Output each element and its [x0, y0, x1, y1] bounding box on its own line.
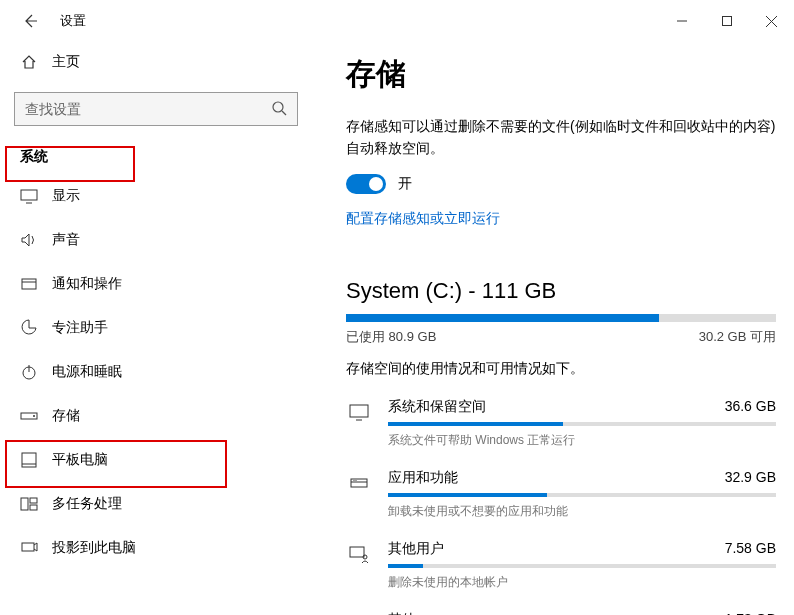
sidebar-item-label: 专注助手: [52, 319, 108, 337]
svg-rect-6: [21, 190, 37, 200]
configure-storage-sense-link[interactable]: 配置存储感知或立即运行: [346, 210, 776, 228]
search-box[interactable]: [14, 92, 298, 126]
window-title: 设置: [60, 12, 86, 30]
storage-sense-description: 存储感知可以通过删除不需要的文件(例如临时文件和回收站中的内容)自动释放空间。: [346, 115, 776, 160]
window-controls: [659, 6, 794, 36]
svg-rect-22: [351, 479, 367, 487]
sidebar-item-label: 通知和操作: [52, 275, 122, 293]
category-system-reserved[interactable]: 系统和保留空间 36.6 GB 系统文件可帮助 Windows 正常运行: [346, 398, 776, 449]
category-size: 32.9 GB: [725, 469, 776, 487]
sidebar-item-power[interactable]: 电源和睡眠: [14, 350, 298, 394]
svg-rect-8: [22, 279, 36, 289]
sidebar-item-label: 平板电脑: [52, 451, 108, 469]
sidebar-item-label: 声音: [52, 231, 80, 249]
category-other[interactable]: 其他 1.73 GB: [346, 611, 776, 615]
minimize-button[interactable]: [659, 6, 704, 36]
svg-point-4: [273, 102, 283, 112]
svg-line-5: [282, 111, 286, 115]
svg-rect-18: [30, 505, 37, 510]
sidebar-item-label: 投影到此电脑: [52, 539, 136, 557]
category-size: 7.58 GB: [725, 540, 776, 558]
sound-icon: [20, 231, 38, 249]
apps-icon: [346, 469, 372, 495]
svg-rect-14: [22, 453, 36, 467]
category-name: 系统和保留空间: [388, 398, 486, 416]
sidebar-item-multitasking[interactable]: 多任务处理: [14, 482, 298, 526]
minimize-icon: [677, 16, 687, 26]
sidebar: 主页 系统 显示 声音 通知和操作: [0, 42, 312, 615]
maximize-icon: [722, 16, 732, 26]
home-label: 主页: [52, 53, 80, 71]
drive-labels: 已使用 80.9 GB 30.2 GB 可用: [346, 328, 776, 346]
category-size: 1.73 GB: [725, 611, 776, 615]
category-subtitle: 卸载未使用或不想要的应用和功能: [388, 503, 776, 520]
category-bar: [388, 564, 776, 568]
sidebar-item-tablet[interactable]: 平板电脑: [14, 438, 298, 482]
back-button[interactable]: [14, 5, 46, 37]
svg-rect-19: [22, 543, 34, 551]
svg-point-13: [33, 415, 35, 417]
category-apps[interactable]: 应用和功能 32.9 GB 卸载未使用或不想要的应用和功能: [346, 469, 776, 520]
sidebar-item-notifications[interactable]: 通知和操作: [14, 262, 298, 306]
notification-icon: [20, 275, 38, 293]
maximize-button[interactable]: [704, 6, 749, 36]
category-bar: [388, 493, 776, 497]
home-link[interactable]: 主页: [14, 42, 298, 82]
back-arrow-icon: [22, 13, 38, 29]
users-icon: [346, 540, 372, 566]
category-size: 36.6 GB: [725, 398, 776, 416]
close-icon: [766, 16, 777, 27]
sidebar-item-sound[interactable]: 声音: [14, 218, 298, 262]
sidebar-item-storage[interactable]: 存储: [14, 394, 298, 438]
storage-sense-toggle[interactable]: [346, 174, 386, 194]
sidebar-item-label: 多任务处理: [52, 495, 122, 513]
power-icon: [20, 363, 38, 381]
focus-assist-icon: [20, 319, 38, 337]
display-icon: [20, 187, 38, 205]
category-subtitle: 系统文件可帮助 Windows 正常运行: [388, 432, 776, 449]
category-other-users[interactable]: 其他用户 7.58 GB 删除未使用的本地帐户: [346, 540, 776, 591]
svg-rect-20: [350, 405, 368, 417]
svg-rect-16: [21, 498, 28, 510]
svg-point-25: [355, 480, 356, 481]
category-name: 其他用户: [388, 540, 444, 558]
section-header-system: 系统: [14, 140, 298, 174]
search-icon: [271, 100, 287, 119]
drive-usage-fill: [346, 314, 659, 322]
search-input[interactable]: [25, 101, 271, 117]
sidebar-item-label: 存储: [52, 407, 80, 425]
titlebar: 设置: [0, 0, 794, 42]
sidebar-item-label: 电源和睡眠: [52, 363, 122, 381]
usage-description: 存储空间的使用情况和可用情况如下。: [346, 360, 776, 378]
multitasking-icon: [20, 495, 38, 513]
svg-rect-17: [30, 498, 37, 503]
category-name: 其他: [388, 611, 416, 615]
sidebar-item-focus-assist[interactable]: 专注助手: [14, 306, 298, 350]
toggle-label: 开: [398, 175, 412, 193]
sidebar-item-label: 显示: [52, 187, 80, 205]
svg-point-24: [353, 480, 354, 481]
project-icon: [20, 539, 38, 557]
category-bar: [388, 422, 776, 426]
tablet-icon: [20, 451, 38, 469]
other-icon: [346, 611, 372, 615]
storage-sense-toggle-row: 开: [346, 174, 776, 194]
page-title: 存储: [346, 54, 776, 95]
drive-usage-bar: [346, 314, 776, 322]
drive-free-label: 30.2 GB 可用: [699, 328, 776, 346]
sidebar-item-project[interactable]: 投影到此电脑: [14, 526, 298, 570]
sidebar-item-display[interactable]: 显示: [14, 174, 298, 218]
storage-icon: [20, 407, 38, 425]
drive-used-label: 已使用 80.9 GB: [346, 328, 436, 346]
svg-rect-1: [722, 17, 731, 26]
drive-title: System (C:) - 111 GB: [346, 278, 776, 304]
category-name: 应用和功能: [388, 469, 458, 487]
home-icon: [20, 54, 38, 70]
svg-rect-26: [350, 547, 364, 557]
content-area: 存储 存储感知可以通过删除不需要的文件(例如临时文件和回收站中的内容)自动释放空…: [312, 42, 794, 615]
category-subtitle: 删除未使用的本地帐户: [388, 574, 776, 591]
close-button[interactable]: [749, 6, 794, 36]
system-icon: [346, 398, 372, 424]
